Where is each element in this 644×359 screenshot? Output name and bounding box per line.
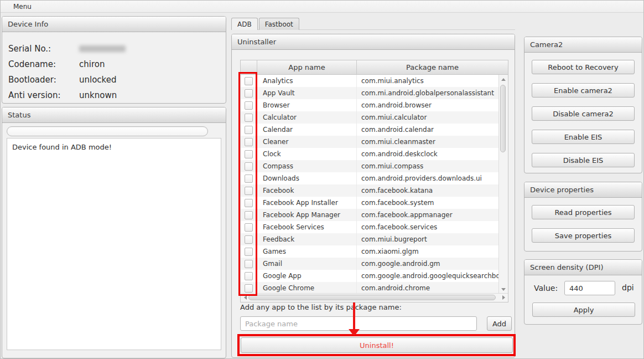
table-row[interactable]: Browsercom.android.browser — [241, 99, 499, 111]
field-label: Anti version: — [2, 90, 79, 100]
menu-button[interactable]: Menu — [10, 3, 35, 11]
apply-button[interactable]: Apply — [532, 302, 635, 317]
package-name-cell: com.miui.bugreport — [357, 235, 499, 243]
app-window: Menu Device Info Serial No.:Codename:chi… — [0, 0, 644, 359]
scroll-right-button[interactable] — [499, 293, 508, 302]
table-row[interactable]: Downloadscom.android.providers.downloads… — [241, 172, 499, 184]
package-name-cell: com.miui.cleanmaster — [357, 138, 499, 146]
table-row[interactable]: Gamescom.xiaomi.glgm — [241, 245, 499, 258]
uninstaller-pane: Uninstaller App name Package name Analyt… — [231, 34, 515, 358]
annotation-arrow — [353, 302, 355, 329]
table-row[interactable]: Calendarcom.android.calendar — [241, 124, 499, 136]
package-name-cell: com.miui.compass — [357, 162, 499, 170]
device-info-pane: Device Info Serial No.:Codename:chironBo… — [2, 16, 226, 104]
vertical-scrollbar-thumb[interactable] — [500, 85, 506, 152]
screen-density-header[interactable]: Screen density (DPI) — [524, 260, 642, 275]
device-properties-body: Read propertiesSave properties — [524, 198, 642, 243]
package-name-cell: com.android.calendar — [357, 126, 499, 134]
enable-eis-button[interactable]: Enable EIS — [532, 130, 635, 144]
chevron-up-icon — [501, 78, 506, 81]
table-row[interactable]: Analyticscom.miui.analytics — [241, 75, 499, 87]
field-value: unlocked — [79, 75, 117, 85]
camera2-title: Camera2 — [530, 40, 563, 49]
app-name-cell: Google App — [257, 270, 357, 282]
camera2-header[interactable]: Camera2 — [524, 37, 642, 53]
device-properties-header[interactable]: Device properties — [524, 182, 642, 198]
device-properties-title: Device properties — [530, 186, 594, 194]
table-row[interactable]: Google Chromecom.android.chrome — [241, 282, 499, 294]
table-row[interactable]: Facebook App Installercom.facebook.syste… — [241, 197, 499, 209]
table-row[interactable]: App Vaultcom.mi.android.globalpersonalas… — [241, 87, 499, 99]
table-row[interactable]: Compasscom.miui.compass — [241, 160, 499, 172]
table-row[interactable]: Facebookcom.facebook.katana — [241, 184, 499, 197]
package-name-cell: com.android.deskclock — [357, 150, 499, 158]
add-prompt-label: Add any app to the list by its package n… — [240, 303, 402, 311]
chevron-left-icon — [244, 295, 247, 300]
device-properties-pane: Device properties Read propertiesSave pr… — [524, 182, 642, 252]
app-name-cell: Facebook — [257, 184, 357, 197]
device-info-header[interactable]: Device Info — [2, 17, 226, 32]
dpi-value-label: Value: — [534, 284, 558, 293]
dpi-unit-label: dpi — [622, 283, 634, 292]
add-button[interactable]: Add — [487, 316, 512, 331]
package-name-cell: com.facebook.katana — [357, 187, 499, 194]
table-row[interactable]: Feedbackcom.miui.bugreport — [241, 233, 499, 245]
package-name-cell: com.android.chrome — [357, 284, 499, 292]
app-name-cell: Feedback — [257, 233, 357, 245]
screen-density-title: Screen density (DPI) — [530, 263, 603, 271]
app-name-cell: Calendar — [257, 124, 357, 136]
device-info-row: Bootloader:unlocked — [2, 72, 226, 88]
app-name-cell: Cleaner — [257, 136, 357, 148]
annotation-uninstall-button — [237, 334, 516, 356]
save-properties-button[interactable]: Save properties — [532, 228, 635, 243]
enable-camera2-button[interactable]: Enable camera2 — [532, 83, 635, 98]
package-name-cell: com.miui.analytics — [357, 77, 499, 85]
table-row[interactable]: Gmailcom.google.android.gm — [241, 258, 499, 270]
screen-density-pane: Screen density (DPI) Value: dpi Apply — [524, 259, 642, 325]
status-header[interactable]: Status — [2, 107, 226, 123]
reboot-to-recovery-button[interactable]: Reboot to Recovery — [532, 60, 635, 74]
field-label: Codename: — [2, 59, 79, 69]
scroll-up-button[interactable] — [499, 75, 508, 84]
annotation-checkbox-column — [238, 72, 257, 296]
table-row[interactable]: Clockcom.android.deskclock — [241, 148, 499, 160]
app-table: App name Package name Analyticscom.miui.… — [240, 60, 508, 302]
tab-fastboot[interactable]: Fastboot — [259, 18, 299, 30]
column-header-package-name[interactable]: Package name — [357, 60, 508, 74]
dpi-value-input[interactable] — [564, 281, 615, 295]
package-name-cell: com.facebook.system — [357, 199, 499, 207]
package-name-cell: com.google.android.gm — [357, 260, 499, 268]
package-name-cell: com.mi.android.globalpersonalassistant — [357, 89, 499, 97]
app-name-cell: Gmail — [257, 258, 357, 270]
disable-camera2-button[interactable]: Disable camera2 — [532, 106, 635, 121]
column-header-app-name[interactable]: App name — [257, 60, 357, 74]
app-name-cell: Calculator — [257, 111, 357, 124]
app-name-cell: App Vault — [257, 87, 357, 99]
table-row[interactable]: Facebook App Managercom.facebook.appmana… — [241, 209, 499, 221]
serial-value-redacted — [79, 45, 126, 52]
table-row[interactable]: Cleanercom.miui.cleanmaster — [241, 136, 499, 148]
scroll-down-button[interactable] — [499, 285, 508, 294]
package-name-cell: com.android.browser — [357, 101, 499, 109]
camera2-body: Reboot to RecoveryEnable camera2Disable … — [524, 53, 642, 167]
chevron-down-icon — [501, 288, 506, 291]
table-row[interactable]: Calculatorcom.miui.calculator — [241, 111, 499, 124]
tab-adb[interactable]: ADB — [231, 18, 258, 30]
progress-bar — [7, 126, 208, 136]
app-name-cell: Analytics — [257, 75, 357, 87]
app-name-cell: Compass — [257, 160, 357, 172]
app-table-header: App name Package name — [241, 60, 508, 75]
package-name-cell: com.facebook.services — [357, 223, 499, 231]
app-table-body: Analyticscom.miui.analyticsApp Vaultcom.… — [241, 75, 499, 294]
horizontal-scrollbar[interactable] — [241, 293, 508, 302]
app-name-cell: Clock — [257, 148, 357, 160]
read-properties-button[interactable]: Read properties — [532, 205, 635, 219]
package-name-cell: com.google.android.googlequicksearchbox — [357, 272, 499, 280]
horizontal-scrollbar-thumb[interactable] — [248, 295, 496, 300]
disable-eis-button[interactable]: Disable EIS — [532, 153, 635, 167]
table-row[interactable]: Facebook Servicescom.facebook.services — [241, 221, 499, 233]
uninstaller-header[interactable]: Uninstaller — [232, 34, 515, 50]
table-row[interactable]: Google Appcom.google.android.googlequick… — [241, 270, 499, 282]
status-log[interactable]: Device found in ADB mode! — [7, 138, 221, 350]
vertical-scrollbar[interactable] — [498, 75, 508, 294]
